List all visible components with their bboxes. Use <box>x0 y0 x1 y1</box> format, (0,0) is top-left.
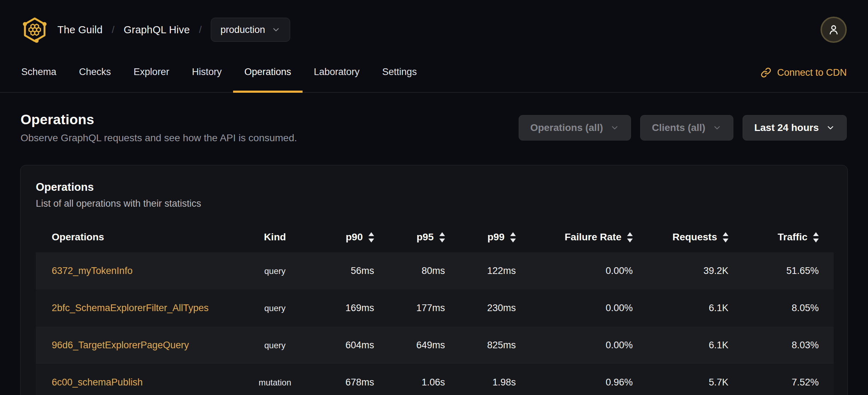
failure-rate-cell: 0.00% <box>516 290 633 327</box>
kind-cell: query <box>234 290 316 327</box>
target-select[interactable]: production <box>211 18 290 42</box>
column-header-traffic[interactable]: Traffic <box>728 222 834 252</box>
p90-cell: 604ms <box>316 327 374 364</box>
tab-operations[interactable]: Operations <box>233 53 303 93</box>
column-header-operations: Operations <box>36 222 234 252</box>
p95-cell: 80ms <box>374 252 445 290</box>
failure-rate-cell: 0.00% <box>516 327 633 364</box>
chevron-down-icon <box>826 123 835 132</box>
table-row: 2bfc_SchemaExplorerFilter_AllTypes query… <box>36 290 834 327</box>
failure-rate-cell: 0.96% <box>516 364 633 395</box>
link-icon <box>761 67 771 78</box>
requests-cell: 6.1K <box>633 290 728 327</box>
sort-arrows-icon[interactable] <box>627 232 633 242</box>
operation-link[interactable]: 6372_myTokenInfo <box>52 265 133 276</box>
column-header-requests[interactable]: Requests <box>633 222 728 252</box>
period-filter-dropdown[interactable]: Last 24 hours <box>743 115 847 141</box>
card-subtitle: List of all operations with their statis… <box>36 198 832 209</box>
breadcrumb-separator: / <box>112 24 115 35</box>
tab-checks[interactable]: Checks <box>68 53 122 93</box>
breadcrumb-project-link[interactable]: GraphQL Hive <box>124 24 190 36</box>
p90-cell: 678ms <box>316 364 374 395</box>
p99-cell: 825ms <box>445 327 516 364</box>
requests-cell: 6.1K <box>633 327 728 364</box>
table-row: 6c00_schemaPublish mutation 678ms 1.06s … <box>36 364 834 395</box>
chevron-down-icon <box>271 25 281 34</box>
tab-settings[interactable]: Settings <box>371 53 428 93</box>
operation-link[interactable]: 2bfc_SchemaExplorerFilter_AllTypes <box>52 303 209 313</box>
column-header-p90[interactable]: p90 <box>316 222 374 252</box>
chevron-down-icon <box>712 123 722 132</box>
kind-cell: mutation <box>234 364 316 395</box>
column-header-p99[interactable]: p99 <box>445 222 516 252</box>
column-header-kind: Kind <box>234 222 316 252</box>
column-header-failure-rate[interactable]: Failure Rate <box>516 222 633 252</box>
p95-cell: 1.06s <box>374 364 445 395</box>
sort-arrows-icon[interactable] <box>368 232 374 242</box>
table-row: 6372_myTokenInfo query 56ms 80ms 122ms 0… <box>36 252 834 290</box>
main-nav: Schema Checks Explorer History Operation… <box>0 53 868 93</box>
app-header: The Guild / GraphQL Hive / production Sc… <box>0 0 868 93</box>
traffic-cell: 8.05% <box>728 290 834 327</box>
page-head-text: Operations Observe GraphQL requests and … <box>21 112 297 144</box>
period-filter-label: Last 24 hours <box>754 122 819 133</box>
p99-cell: 230ms <box>445 290 516 327</box>
p95-cell: 177ms <box>374 290 445 327</box>
requests-cell: 5.7K <box>633 364 728 395</box>
traffic-cell: 8.03% <box>728 327 834 364</box>
sort-arrows-icon[interactable] <box>723 232 728 242</box>
page-head: Operations Observe GraphQL requests and … <box>0 93 868 144</box>
traffic-cell: 7.52% <box>728 364 834 395</box>
sort-arrows-icon[interactable] <box>813 232 819 242</box>
operation-link[interactable]: 6c00_schemaPublish <box>52 377 143 388</box>
connect-to-cdn-link[interactable]: Connect to CDN <box>761 67 847 78</box>
sort-arrows-icon[interactable] <box>510 232 516 242</box>
p95-cell: 649ms <box>374 327 445 364</box>
page-title: Operations <box>21 112 297 127</box>
connect-to-cdn-label: Connect to CDN <box>777 67 847 78</box>
filter-bar: Operations (all) Clients (all) Last 24 h… <box>519 115 847 141</box>
operations-table: Operations Kind p90 p95 p99 Failure Rate… <box>36 222 834 395</box>
operations-filter-dropdown[interactable]: Operations (all) <box>519 115 631 141</box>
user-menu-button[interactable] <box>821 17 847 43</box>
table-row: 96d6_TargetExplorerPageQuery query 604ms… <box>36 327 834 364</box>
tab-history[interactable]: History <box>181 53 233 93</box>
table-header-row: Operations Kind p90 p95 p99 Failure Rate… <box>36 222 834 252</box>
kind-cell: query <box>234 327 316 364</box>
breadcrumb-org-link[interactable]: The Guild <box>57 24 103 36</box>
target-select-value: production <box>220 24 265 35</box>
user-icon <box>827 23 840 36</box>
operations-filter-label: Operations (all) <box>530 122 603 133</box>
page-subtitle: Observe GraphQL requests and see how the… <box>21 132 297 144</box>
column-header-p95[interactable]: p95 <box>374 222 445 252</box>
operations-page: Operations Observe GraphQL requests and … <box>0 93 868 395</box>
tab-explorer[interactable]: Explorer <box>122 53 181 93</box>
traffic-cell: 51.65% <box>728 252 834 290</box>
header-top-row: The Guild / GraphQL Hive / production <box>0 0 868 53</box>
nav-spacer <box>428 53 761 92</box>
sort-arrows-icon[interactable] <box>439 232 445 242</box>
card-title: Operations <box>36 181 832 194</box>
p90-cell: 169ms <box>316 290 374 327</box>
breadcrumb-separator: / <box>199 24 202 35</box>
breadcrumb: The Guild / GraphQL Hive / production <box>57 18 290 42</box>
operation-link[interactable]: 96d6_TargetExplorerPageQuery <box>52 340 189 350</box>
failure-rate-cell: 0.00% <box>516 252 633 290</box>
operations-card: Operations List of all operations with t… <box>20 165 848 395</box>
hive-logo-icon[interactable] <box>21 16 48 43</box>
p99-cell: 1.98s <box>445 364 516 395</box>
tab-schema[interactable]: Schema <box>10 53 68 93</box>
chevron-down-icon <box>610 123 619 132</box>
kind-cell: query <box>234 252 316 290</box>
clients-filter-dropdown[interactable]: Clients (all) <box>640 115 733 141</box>
p90-cell: 56ms <box>316 252 374 290</box>
tab-laboratory[interactable]: Laboratory <box>303 53 371 93</box>
requests-cell: 39.2K <box>633 252 728 290</box>
clients-filter-label: Clients (all) <box>652 122 705 133</box>
p99-cell: 122ms <box>445 252 516 290</box>
